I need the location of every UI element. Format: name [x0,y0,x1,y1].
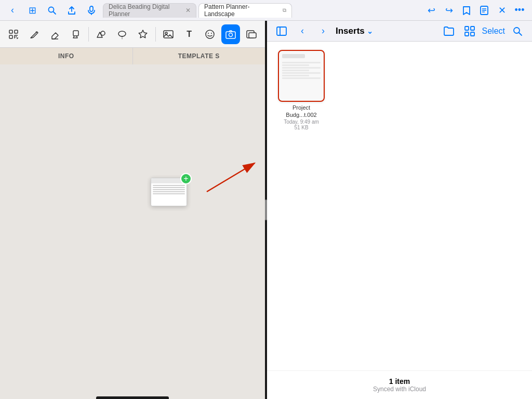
folder-view-button[interactable] [441,23,457,39]
eraser-tool-button[interactable] [46,24,64,44]
svg-point-18 [118,31,126,36]
info-tab-label: INFO [58,52,74,60]
drag-thumbnail[interactable]: + [151,178,187,206]
doc-tabs: INFO TEMPLATE S [0,48,265,64]
svg-rect-8 [9,30,12,33]
download-button[interactable] [476,2,493,19]
sync-status: Synced with iCloud [273,385,526,393]
thumb-content-line-1 [282,62,321,63]
select-button[interactable]: Select [482,26,505,36]
lasso-tool-button[interactable] [113,24,131,44]
right-panel: ‹ › Inserts ⌄ Select [267,21,532,399]
drag-plus-badge: + [180,173,192,184]
thumb-content-line-6 [282,75,309,76]
sidebar-toggle-button[interactable] [273,23,290,39]
svg-line-29 [207,163,255,192]
thumb-line-4 [153,191,185,192]
chevron-down-icon: ⌄ [367,27,373,35]
close-button[interactable]: ✕ [494,2,510,19]
svg-point-25 [229,33,233,36]
svg-rect-10 [9,35,12,38]
mic-button[interactable] [83,2,100,19]
grid-layout-button[interactable] [461,23,478,39]
item-count: 1 item [273,377,526,385]
grid-view-button[interactable]: ⊞ [24,2,41,19]
svg-rect-31 [277,27,286,35]
info-tab[interactable]: INFO [0,48,133,64]
thumb-header [282,54,305,58]
right-panel-header: ‹ › Inserts ⌄ Select [267,21,532,42]
svg-rect-11 [16,36,17,37]
left-panel: T [0,21,265,399]
bookmark-button[interactable] [458,2,475,19]
svg-point-23 [211,33,212,34]
drag-arrow [0,64,265,399]
thumb-line-3 [153,189,185,190]
file-name: Project Budg...t.002 [278,104,325,119]
scan-tool-button[interactable] [4,24,23,44]
forward-nav-button[interactable]: › [315,23,331,39]
tab-bar: Delica Beading Digital Planner ✕ Pattern… [103,3,420,18]
shapes-tool-button[interactable] [92,24,111,44]
file-date: Today, 9:49 am [284,119,319,125]
share-button[interactable] [63,2,80,19]
svg-rect-34 [471,26,474,30]
back-button[interactable]: ‹ [4,2,21,19]
thumb-line-5 [153,193,185,194]
image-tool-button[interactable] [159,24,178,44]
toolbar: T [0,21,265,48]
star-tool-button[interactable] [134,24,152,44]
pen-tool-button[interactable] [25,24,44,44]
thumb-content [282,60,321,98]
svg-rect-36 [471,32,474,36]
search-nav-button[interactable] [44,2,60,19]
tab-delica[interactable]: Delica Beading Digital Planner ✕ [103,3,196,18]
svg-rect-9 [15,30,18,33]
search-button[interactable] [509,23,526,39]
svg-point-22 [208,33,209,34]
thumb-content-line-5 [282,72,321,74]
thumb-content-line-7 [282,77,321,79]
main-content: T [0,21,532,399]
insert-tool-button[interactable] [242,24,261,44]
template-tab-label: TEMPLATE S [178,52,220,60]
tab-delica-close[interactable]: ✕ [185,7,191,14]
inserts-status-bar: 1 item Synced with iCloud [267,370,532,399]
text-tool-button[interactable]: T [180,24,198,44]
svg-rect-27 [249,33,256,38]
canvas-area[interactable]: + [0,64,265,399]
file-size: 51 KB [294,125,308,130]
panel-divider [265,21,267,399]
svg-line-38 [519,32,522,35]
bottom-indicator [96,396,169,399]
camera-tool-button[interactable] [221,24,240,44]
thumb-content-line-2 [282,64,309,66]
sticker-tool-button[interactable] [201,24,219,44]
undo-button[interactable]: ↩ [423,2,440,19]
tab-pattern-label: Pattern Planner-Landscape [204,3,280,18]
svg-rect-17 [73,31,78,36]
drag-thumb-lines [151,183,187,206]
more-button[interactable]: ••• [511,2,528,19]
thumb-line-2 [153,187,185,188]
svg-line-1 [54,11,56,14]
thumb-content-line-4 [282,70,309,71]
file-thumbnail [278,50,325,102]
back-nav-button[interactable]: ‹ [294,23,311,39]
inserts-grid: Project Budg...t.002 Today, 9:49 am 51 K… [267,42,532,370]
thumb-content-line-3 [282,67,321,69]
nav-right-icons: ↩ ↪ ✕ ••• [423,2,528,19]
highlighter-tool-button[interactable] [66,24,85,44]
thumb-line-1 [153,185,185,186]
tab-pattern[interactable]: Pattern Planner-Landscape ⧉ [198,3,292,18]
svg-point-21 [206,30,214,38]
top-nav-bar: ‹ ⊞ Delica Beading Digital Planner ✕ Pat… [0,0,532,21]
divider-handle [265,200,267,220]
svg-rect-33 [465,26,469,30]
file-item-project-budget[interactable]: Project Budg...t.002 Today, 9:49 am 51 K… [275,50,327,130]
redo-button[interactable]: ↪ [441,2,457,19]
inserts-title: Inserts ⌄ [336,26,373,36]
tab-pattern-icon: ⧉ [283,7,286,14]
svg-rect-2 [90,6,93,11]
template-tab[interactable]: TEMPLATE S [133,48,265,64]
